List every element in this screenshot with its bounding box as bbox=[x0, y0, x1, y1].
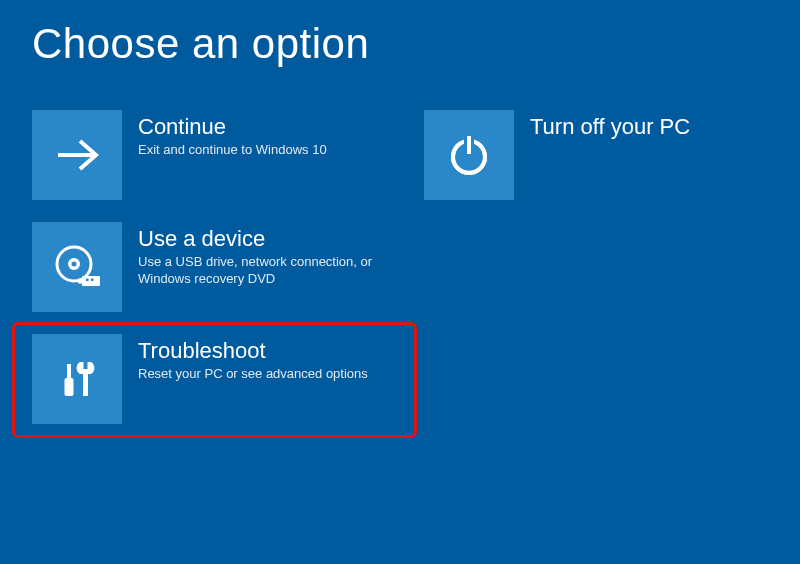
troubleshoot-icon bbox=[32, 334, 122, 424]
svg-rect-11 bbox=[86, 279, 89, 282]
svg-point-8 bbox=[72, 262, 77, 267]
device-title: Use a device bbox=[138, 226, 388, 252]
turnoff-tile[interactable]: Turn off your PC bbox=[424, 110, 800, 200]
troubleshoot-text: Troubleshoot Reset your PC or see advanc… bbox=[138, 334, 368, 383]
svg-rect-13 bbox=[67, 364, 71, 378]
continue-tile[interactable]: Continue Exit and continue to Windows 10 bbox=[32, 110, 412, 200]
page-title: Choose an option bbox=[0, 0, 800, 68]
turnoff-title: Turn off your PC bbox=[530, 114, 690, 140]
svg-rect-10 bbox=[78, 279, 83, 284]
svg-rect-14 bbox=[65, 378, 74, 396]
arrow-right-icon bbox=[52, 130, 102, 180]
troubleshoot-title: Troubleshoot bbox=[138, 338, 368, 364]
turnoff-icon bbox=[424, 110, 514, 200]
device-tile[interactable]: Use a device Use a USB drive, network co… bbox=[32, 222, 412, 312]
continue-icon bbox=[32, 110, 122, 200]
device-desc: Use a USB drive, network connection, or … bbox=[138, 254, 388, 288]
device-icon bbox=[32, 222, 122, 312]
continue-desc: Exit and continue to Windows 10 bbox=[138, 142, 327, 159]
svg-rect-16 bbox=[84, 360, 88, 369]
device-text: Use a device Use a USB drive, network co… bbox=[138, 222, 388, 288]
troubleshoot-tile[interactable]: Troubleshoot Reset your PC or see advanc… bbox=[32, 334, 412, 424]
power-icon bbox=[444, 130, 494, 180]
continue-title: Continue bbox=[138, 114, 327, 140]
options-grid: Continue Exit and continue to Windows 10… bbox=[32, 110, 800, 424]
svg-rect-12 bbox=[91, 279, 94, 282]
troubleshoot-desc: Reset your PC or see advanced options bbox=[138, 366, 368, 383]
disc-usb-icon bbox=[50, 240, 104, 294]
tools-icon bbox=[52, 354, 102, 404]
turnoff-text: Turn off your PC bbox=[530, 110, 690, 142]
svg-rect-15 bbox=[83, 374, 88, 396]
continue-text: Continue Exit and continue to Windows 10 bbox=[138, 110, 327, 159]
